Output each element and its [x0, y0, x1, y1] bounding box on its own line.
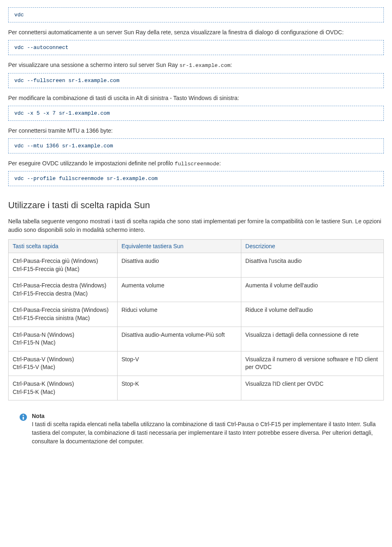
table-row: Ctrl-Pausa-N (Windows) Ctrl-F15-N (Mac) …: [9, 327, 384, 351]
text-line: Ctrl-Pausa-Freccia sinistra (Windows): [13, 307, 109, 313]
text-line: Ctrl-F15-Freccia sinistra (Mac): [13, 315, 90, 321]
cell-sun-equivalent: Riduci volume: [117, 302, 241, 327]
col-header-shortcut: Tasti scelta rapida: [9, 240, 118, 253]
cell-shortcut: Ctrl-Pausa-Freccia sinistra (Windows) Ct…: [9, 302, 118, 327]
cell-sun-equivalent: Aumenta volume: [117, 278, 241, 302]
code-example-fullscreen: vdc --fullscreen sr-1.example.com: [8, 73, 384, 88]
cell-sun-equivalent: Disattiva audio: [117, 253, 241, 278]
note-body: I tasti di scelta rapida elencati nella …: [32, 420, 384, 446]
cell-shortcut: Ctrl-Pausa-Freccia giù (Windows) Ctrl-F1…: [9, 253, 118, 278]
table-row: Ctrl-Pausa-V (Windows) Ctrl-F15-V (Mac) …: [9, 351, 384, 376]
col-header-sun-equivalent: Equivalente tastiera Sun: [117, 240, 241, 253]
code-example-mtu: vdc --mtu 1366 sr-1.example.com: [8, 138, 384, 153]
text-run: :: [230, 62, 232, 68]
text-line: Ctrl-Pausa-V (Windows): [13, 356, 74, 362]
text-line: Ctrl-F15-Freccia destra (Mac): [13, 290, 88, 297]
cell-description: Visualizza il numero di versione softwar…: [241, 351, 383, 376]
code-example-autoconnect: vdc --autoconnect: [8, 40, 384, 55]
cell-shortcut: Ctrl-Pausa-N (Windows) Ctrl-F15-N (Mac): [9, 327, 118, 351]
paragraph-autoconnect: Per connettersi automaticamente a un ser…: [8, 28, 384, 37]
text-line: Ctrl-F15-N (Mac): [13, 339, 56, 346]
info-icon: [20, 414, 27, 421]
table-row: Ctrl-Pausa-Freccia sinistra (Windows) Ct…: [9, 302, 384, 327]
text-line: Ctrl-F15-Freccia giù (Mac): [13, 266, 79, 272]
paragraph-profile: Per eseguire OVDC utilizzando le imposta…: [8, 159, 384, 168]
text-run: Per visualizzare una sessione a schermo …: [8, 62, 179, 68]
cell-description: Visualizza l'ID client per OVDC: [241, 376, 383, 400]
text-line: Ctrl-F15-V (Mac): [13, 364, 55, 370]
cell-shortcut: Ctrl-Pausa-Freccia destra (Windows) Ctrl…: [9, 278, 118, 302]
cell-sun-equivalent: Stop-K: [117, 376, 241, 400]
text-line: Ctrl-Pausa-Freccia giù (Windows): [13, 258, 98, 264]
cell-sun-equivalent: Disattiva audio-Aumenta volume-Più soft: [117, 327, 241, 351]
note-callout: Nota I tasti di scelta rapida elencati n…: [20, 411, 384, 447]
note-title: Nota: [32, 413, 384, 419]
code-example-vdc: vdc: [8, 7, 384, 22]
note-content: Nota I tasti di scelta rapida elencati n…: [32, 413, 384, 446]
table-row: Ctrl-Pausa-Freccia destra (Windows) Ctrl…: [9, 278, 384, 302]
text-line: Ctrl-Pausa-K (Windows): [13, 380, 74, 387]
cell-description: Riduce il volume dell'audio: [241, 302, 383, 327]
text-line: Ctrl-F15-K (Mac): [13, 389, 55, 395]
inline-code: sr-1.example.com: [179, 62, 230, 69]
cell-shortcut: Ctrl-Pausa-V (Windows) Ctrl-F15-V (Mac): [9, 351, 118, 376]
cell-description: Aumenta il volume dell'audio: [241, 278, 383, 302]
cell-sun-equivalent: Stop-V: [117, 351, 241, 376]
code-example-exit-keys: vdc -x 5 -x 7 sr-1.example.com: [8, 106, 384, 121]
table-header-row: Tasti scelta rapida Equivalente tastiera…: [9, 240, 384, 253]
paragraph-mtu: Per connettersi tramite MTU a 1366 byte:: [8, 127, 384, 135]
table-row: Ctrl-Pausa-K (Windows) Ctrl-F15-K (Mac) …: [9, 376, 384, 400]
cell-shortcut: Ctrl-Pausa-K (Windows) Ctrl-F15-K (Mac): [9, 376, 118, 400]
text-line: Ctrl-Pausa-Freccia destra (Windows): [13, 282, 107, 289]
code-example-profile: vdc --profile fullscreenmode sr-1.exampl…: [8, 171, 384, 186]
text-line: Ctrl-Pausa-N (Windows): [13, 331, 74, 338]
section-heading-shortcuts: Utilizzare i tasti di scelta rapida Sun: [8, 200, 384, 211]
col-header-description: Descrizione: [241, 240, 383, 253]
paragraph-exit-keys: Per modificare la combinazione di tasti …: [8, 94, 384, 102]
shortcut-table: Tasti scelta rapida Equivalente tastiera…: [8, 239, 384, 400]
table-row: Ctrl-Pausa-Freccia giù (Windows) Ctrl-F1…: [9, 253, 384, 278]
cell-description: Visualizza i dettagli della connessione …: [241, 327, 383, 351]
cell-description: Disattiva l'uscita audio: [241, 253, 383, 278]
text-run: :: [219, 160, 221, 167]
text-run: Per eseguire OVDC utilizzando le imposta…: [8, 160, 175, 167]
inline-code: fullscreenmode: [175, 161, 219, 167]
paragraph-fullscreen: Per visualizzare una sessione a schermo …: [8, 61, 384, 70]
paragraph-intro-table: Nella tabella seguente vengono mostrati …: [8, 217, 384, 234]
